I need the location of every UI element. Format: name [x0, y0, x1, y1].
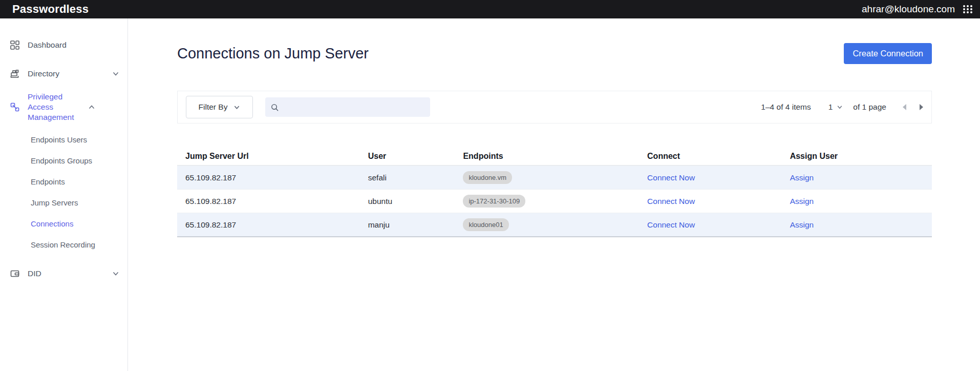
- table-row: 65.109.82.187 manju kloudone01 Connect N…: [177, 213, 932, 236]
- column-header-user: User: [360, 152, 455, 161]
- endpoint-chip: ip-172-31-30-109: [463, 195, 525, 208]
- next-page-button[interactable]: [920, 104, 923, 110]
- assign-link[interactable]: Assign: [790, 173, 814, 182]
- main-content: Connections on Jump Server Create Connec…: [128, 18, 980, 371]
- assign-link[interactable]: Assign: [790, 220, 814, 229]
- page-number-dropdown[interactable]: 1: [828, 102, 843, 112]
- search-icon: [270, 103, 279, 112]
- column-header-jump-server-url: Jump Server Url: [177, 152, 360, 161]
- user-email[interactable]: ahrar@kloudone.com: [862, 4, 955, 15]
- sidebar-item-label: Directory: [28, 69, 112, 79]
- jump-server-url-cell: 65.109.82.187: [177, 173, 360, 182]
- pagination-items-count: 1–4 of 4 items: [761, 102, 811, 112]
- sidebar-item-dashboard[interactable]: Dashboard: [0, 34, 127, 56]
- sidebar-item-directory[interactable]: Directory: [0, 63, 127, 85]
- privileged-access-icon: [9, 101, 20, 113]
- sidebar-item-did[interactable]: DID: [0, 262, 127, 285]
- sidebar-item-session-recording[interactable]: Session Recording: [0, 234, 127, 255]
- table-header-row: Jump Server Url User Endpoints Connect A…: [177, 147, 932, 166]
- table-row: 65.109.82.187 ubuntu ip-172-31-30-109 Co…: [177, 189, 932, 213]
- sidebar-item-endpoints-users[interactable]: Endpoints Users: [0, 129, 127, 150]
- previous-page-button[interactable]: [903, 104, 906, 110]
- column-header-connect: Connect: [639, 152, 782, 161]
- chevron-down-icon: [837, 104, 843, 110]
- sidebar-item-privileged-access-management[interactable]: Privileged Access Management: [0, 91, 127, 123]
- directory-icon: [9, 68, 20, 79]
- apps-grid-icon[interactable]: [963, 5, 973, 13]
- wallet-icon: [9, 268, 20, 279]
- page-number-value: 1: [828, 102, 833, 112]
- top-bar: Passwordless ahrar@kloudone.com: [0, 0, 980, 18]
- table-toolbar: Filter By 1–4 of 4 items 1: [177, 91, 932, 123]
- user-cell: manju: [360, 220, 455, 230]
- chevron-down-icon: [112, 70, 119, 77]
- table-row: 65.109.82.187 sefali kloudone.vm Connect…: [177, 166, 932, 189]
- sidebar-item-endpoints[interactable]: Endpoints: [0, 171, 127, 192]
- page-title: Connections on Jump Server: [177, 45, 369, 62]
- assign-link[interactable]: Assign: [790, 197, 814, 205]
- connections-table: Jump Server Url User Endpoints Connect A…: [177, 147, 932, 237]
- endpoint-chip: kloudone.vm: [463, 171, 512, 184]
- column-header-endpoints: Endpoints: [455, 152, 639, 161]
- jump-server-url-cell: 65.109.82.187: [177, 220, 360, 230]
- sidebar-item-connections[interactable]: Connections: [0, 213, 127, 234]
- user-cell: sefali: [360, 173, 455, 182]
- sidebar-item-label: Privileged Access Management: [28, 92, 88, 122]
- endpoint-chip: kloudone01: [463, 218, 508, 231]
- sidebar-item-endpoints-groups[interactable]: Endpoints Groups: [0, 150, 127, 171]
- connect-now-link[interactable]: Connect Now: [647, 197, 695, 205]
- chevron-down-icon: [112, 270, 119, 277]
- connect-now-link[interactable]: Connect Now: [647, 220, 695, 229]
- jump-server-url-cell: 65.109.82.187: [177, 197, 360, 206]
- brand-logo[interactable]: Passwordless: [12, 3, 89, 16]
- create-connection-button[interactable]: Create Connection: [844, 43, 932, 64]
- search-box[interactable]: [265, 97, 430, 117]
- sidebar: Dashboard Directory: [0, 18, 128, 371]
- column-header-assign-user: Assign User: [782, 152, 932, 161]
- chevron-up-icon: [88, 104, 95, 111]
- filter-by-label: Filter By: [199, 102, 228, 112]
- pagination-pages-text: of 1 page: [853, 102, 886, 112]
- dashboard-icon: [9, 39, 20, 51]
- sidebar-item-label: DID: [28, 269, 112, 279]
- connect-now-link[interactable]: Connect Now: [647, 173, 695, 182]
- user-cell: ubuntu: [360, 197, 455, 206]
- chevron-down-icon: [233, 104, 240, 111]
- sidebar-item-jump-servers[interactable]: Jump Servers: [0, 192, 127, 213]
- search-input[interactable]: [283, 103, 425, 112]
- sidebar-item-label: Dashboard: [28, 40, 119, 50]
- pagination: 1–4 of 4 items 1 of 1 page: [761, 102, 923, 112]
- filter-by-dropdown[interactable]: Filter By: [186, 96, 253, 118]
